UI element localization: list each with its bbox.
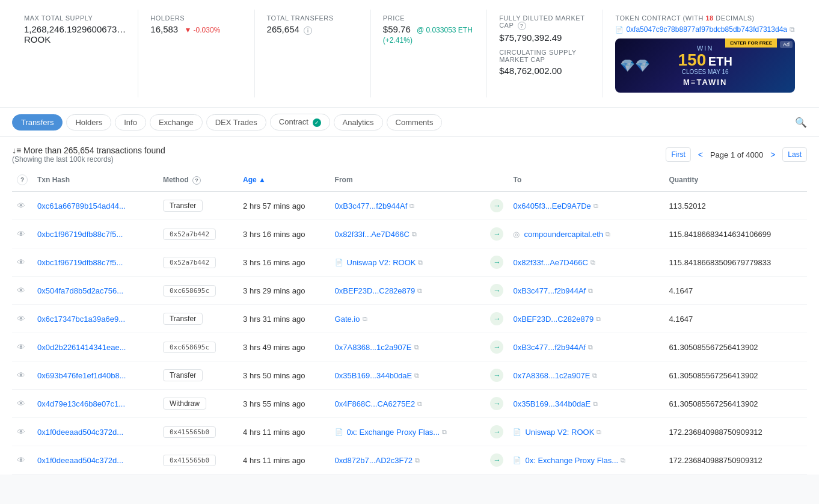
to-copy-icon[interactable]: ⧉ <box>592 372 597 380</box>
txn-hash-link[interactable]: 0xbc1f96719dfb88c7f5... <box>37 230 123 239</box>
arrow-icon[interactable]: → <box>490 284 503 297</box>
txn-hash-link[interactable]: 0x4d79e13c46b8e07c1... <box>37 399 125 408</box>
from-copy-icon[interactable]: ⧉ <box>417 400 422 408</box>
eye-icon[interactable]: 👁 <box>17 370 25 380</box>
quantity-cell: 113.52012 <box>664 192 807 220</box>
from-copy-icon[interactable]: ⧉ <box>414 372 419 380</box>
transfers-info-icon[interactable]: i <box>304 26 312 35</box>
eye-icon[interactable]: 👁 <box>17 286 25 295</box>
arrow-icon[interactable]: → <box>490 397 503 410</box>
holders-stat: HOLDERS 16,583 ▼ -0.030% <box>138 10 254 97</box>
to-address[interactable]: 0x35B169...344b0daE <box>513 399 590 408</box>
tab-info[interactable]: Info <box>115 114 146 131</box>
eye-cell: 👁 <box>12 192 32 220</box>
eye-icon[interactable]: 👁 <box>17 427 25 437</box>
to-copy-icon[interactable]: ⧉ <box>621 456 625 464</box>
contract-address[interactable]: 📄 0xfa5047c9c78b8877af97bdcb85db743fd731… <box>615 25 795 34</box>
ad-amount-value: 150 <box>678 51 707 69</box>
to-copy-icon[interactable]: ⧉ <box>590 259 595 266</box>
copy-addr-icon[interactable]: ⧉ <box>790 25 795 34</box>
eye-icon[interactable]: 👁 <box>17 342 25 352</box>
eye-icon[interactable]: 👁 <box>17 257 25 267</box>
txn-hash-link[interactable]: 0xbc1f96719dfb88c7f5... <box>37 258 123 267</box>
method-info-icon[interactable]: ? <box>192 176 201 185</box>
to-address[interactable]: 0x82f33f...Ae7D466C <box>513 258 587 267</box>
to-copy-icon[interactable]: ⧉ <box>588 343 593 351</box>
arrow-icon[interactable]: → <box>490 369 503 382</box>
arrow-icon[interactable]: → <box>490 425 503 438</box>
from-copy-icon[interactable]: ⧉ <box>415 456 420 464</box>
to-copy-icon[interactable]: ⧉ <box>593 400 598 408</box>
txn-hash-link[interactable]: 0x6c17347bc1a39a6e9... <box>37 315 125 324</box>
from-copy-icon[interactable]: ⧉ <box>442 428 447 436</box>
tab-holders[interactable]: Holders <box>66 114 111 131</box>
tab-comments[interactable]: Comments <box>387 114 443 131</box>
from-copy-icon[interactable]: ⧉ <box>363 315 367 323</box>
table-header-row: ↓≡ More than 265,654 transactions found … <box>12 137 807 168</box>
to-copy-icon[interactable]: ⧉ <box>588 287 593 295</box>
last-page-btn[interactable]: Last <box>782 147 807 162</box>
eye-icon[interactable]: 👁 <box>17 229 25 239</box>
arrow-icon[interactable]: → <box>490 227 503 241</box>
to-address[interactable]: 0x6405f3...EeD9A7De <box>513 201 590 211</box>
to-address[interactable]: Uniswap V2: ROOK <box>525 428 594 437</box>
tab-transfers[interactable]: Transfers <box>12 114 63 131</box>
arrow-icon[interactable]: → <box>490 453 503 467</box>
txn-hash-link[interactable]: 0x1f0deeaad504c372d... <box>37 428 123 437</box>
from-named[interactable]: Gate.io <box>335 315 360 324</box>
eye-icon[interactable]: 👁 <box>17 455 25 465</box>
col-age[interactable]: Age ▲ <box>238 168 330 192</box>
to-address[interactable]: 0xBEF23D...C282e879 <box>513 315 594 324</box>
arrow-icon[interactable]: → <box>490 340 503 354</box>
tab-dex-trades[interactable]: DEX Trades <box>206 114 266 131</box>
arrow-icon[interactable]: → <box>490 256 503 269</box>
from-address[interactable]: 0xd872b7...AD2c3F72 <box>335 456 413 465</box>
first-page-btn[interactable]: First <box>666 147 690 162</box>
from-address[interactable]: 0xBEF23D...C282e879 <box>335 286 416 295</box>
to-copy-icon[interactable]: ⧉ <box>596 315 601 323</box>
txn-hash-cell: 0x4d79e13c46b8e07c1... <box>32 390 158 418</box>
from-address[interactable]: 0x: Exchange Proxy Flas... <box>347 428 440 437</box>
txn-hash-link[interactable]: 0x1f0deeaad504c372d... <box>37 456 123 465</box>
to-copy-icon[interactable]: ⧉ <box>594 202 598 210</box>
from-copy-icon[interactable]: ⧉ <box>417 287 422 295</box>
method-badge: 0xc658695c <box>163 342 216 353</box>
from-copy-icon[interactable]: ⧉ <box>414 343 419 351</box>
from-address[interactable]: 0x35B169...344b0daE <box>335 371 413 380</box>
from-address[interactable]: 0x7A8368...1c2a907E <box>335 343 412 352</box>
arrow-icon[interactable]: → <box>490 199 503 212</box>
from-copy-icon[interactable]: ⧉ <box>412 230 417 238</box>
ad-enter-label: ENTER FOR FREE <box>725 38 777 48</box>
eye-icon[interactable]: 👁 <box>17 399 25 408</box>
eye-icon[interactable]: 👁 <box>17 314 25 324</box>
from-copy-icon[interactable]: ⧉ <box>410 202 414 210</box>
arrow-icon[interactable]: → <box>490 312 503 325</box>
fdmc-info-icon[interactable]: ? <box>518 22 526 30</box>
tab-analytics[interactable]: Analytics <box>334 114 383 131</box>
search-button[interactable]: 🔍 <box>795 117 807 128</box>
to-named[interactable]: compoundercapital.eth <box>524 230 603 239</box>
to-address[interactable]: 0x7A8368...1c2a907E <box>513 371 590 380</box>
from-copy-icon[interactable]: ⧉ <box>418 259 423 266</box>
tab-contract[interactable]: Contract ✓ <box>270 114 330 131</box>
to-address[interactable]: 0xB3c477...f2b944Af <box>513 286 586 295</box>
txn-hash-link[interactable]: 0xc61a66789b154ad44... <box>37 201 126 211</box>
from-address[interactable]: Uniswap V2: ROOK <box>347 258 416 267</box>
to-address[interactable]: 0x: Exchange Proxy Flas... <box>525 456 618 465</box>
to-copy-icon[interactable]: ⧉ <box>606 230 610 238</box>
contract-doc-icon: 📄 <box>615 26 624 34</box>
prev-page-btn[interactable]: < <box>695 149 707 161</box>
txn-hash-link[interactable]: 0x693b476fe1ef1d40b8... <box>37 371 126 380</box>
txn-hash-link[interactable]: 0x0d2b2261414341eae... <box>37 343 126 352</box>
to-address[interactable]: 0xB3c477...f2b944Af <box>513 343 586 352</box>
to-copy-icon[interactable]: ⧉ <box>597 428 601 436</box>
from-address[interactable]: 0x4F868C...CA6275E2 <box>335 399 416 408</box>
tab-exchange[interactable]: Exchange <box>150 114 203 131</box>
from-address[interactable]: 0x82f33f...Ae7D466C <box>335 230 410 239</box>
eye-cell: 👁 <box>12 418 32 446</box>
eye-icon[interactable]: 👁 <box>17 201 25 211</box>
ad-banner[interactable]: Ad ENTER FOR FREE 💎💎 WIN 150 ETH CLOSES … <box>615 38 795 93</box>
from-address[interactable]: 0xB3c477...f2b944Af <box>335 201 408 211</box>
next-page-btn[interactable]: > <box>767 149 779 161</box>
txn-hash-link[interactable]: 0x504fa7d8b5d2ac756... <box>37 286 123 295</box>
